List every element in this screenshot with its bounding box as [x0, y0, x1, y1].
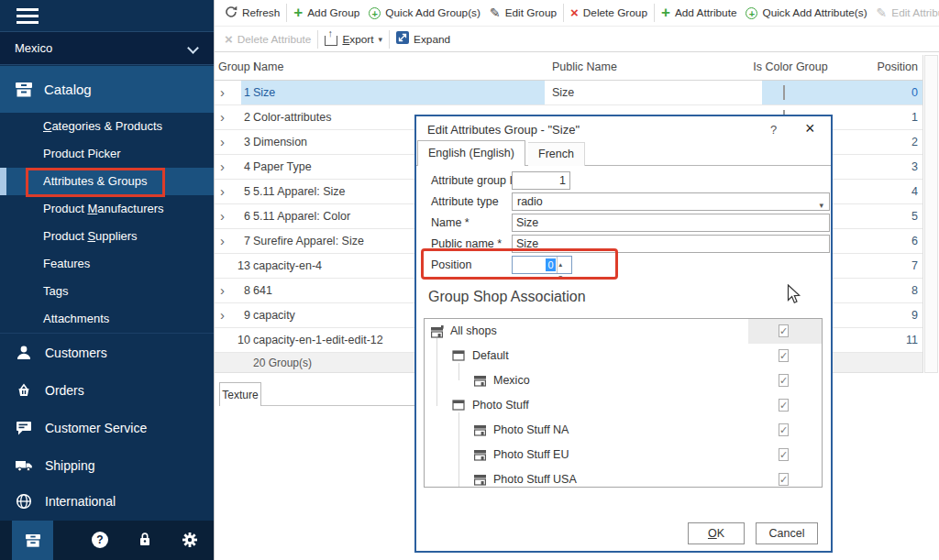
sidebar-item-tags[interactable]: Tags [0, 278, 214, 305]
grid-header: Group I Name Public Name Is Color Group … [215, 55, 922, 81]
column-header-position[interactable]: Position [835, 55, 918, 80]
column-header-name[interactable]: Name [253, 55, 283, 80]
annotation-box-position [421, 248, 618, 280]
toolbar-row-1: Refresh Add Group Quick Add Group(s) Edi… [215, 0, 939, 27]
sidebar-item-features[interactable]: Features [0, 250, 214, 278]
lower-panel-border [261, 405, 415, 406]
close-icon[interactable] [805, 119, 815, 138]
is-color-group-checkbox[interactable] [783, 86, 785, 99]
toolbar-divider [389, 30, 390, 49]
add-group-button[interactable]: Add Group [289, 0, 364, 26]
store-icon [473, 424, 487, 439]
column-header-public-name[interactable]: Public Name [552, 55, 617, 80]
shop-checkbox[interactable] [779, 423, 789, 436]
tree-item-mexico[interactable]: Mexico [425, 368, 822, 393]
chevron-down-icon [187, 42, 199, 54]
shop-checkbox[interactable] [779, 399, 789, 412]
mouse-cursor [787, 284, 801, 308]
truck-icon [15, 458, 33, 472]
edit-group-button[interactable]: Edit Group [485, 0, 561, 26]
sidebar-item-attachments[interactable]: Attachments [0, 305, 214, 333]
pencil-icon [877, 5, 888, 20]
dialog-tab-strip: English (English) French [416, 140, 831, 166]
edit-attributes-group-dialog: Edit Attributes Group - "Size" English (… [414, 115, 833, 553]
circle-plus-icon [369, 7, 381, 19]
shop-checkbox[interactable] [779, 374, 789, 387]
position-cell: 0 [837, 81, 918, 104]
sidebar-item-label: Catalog [44, 82, 92, 97]
export-button[interactable]: Export [320, 27, 387, 51]
all-shops-icon [430, 325, 445, 341]
cancel-button[interactable]: Cancel [756, 522, 818, 544]
expand-button[interactable]: Expand [392, 27, 455, 51]
tab-texture[interactable]: Texture [219, 382, 261, 406]
attribute-type-label: Attribute type [431, 192, 499, 212]
person-icon [15, 345, 33, 361]
edit-attribute-button[interactable]: Edit Attribute [872, 0, 939, 26]
circle-plus-icon [746, 7, 757, 19]
delete-attribute-button[interactable]: Delete Attribute [220, 27, 315, 51]
help-icon[interactable] [92, 532, 108, 548]
sidebar-item-catalog[interactable]: Catalog [0, 66, 214, 113]
attribute-group-id-label: Attribute group ID [431, 170, 521, 191]
name-field[interactable] [512, 214, 830, 232]
table-row-selected[interactable]: 1 Size Size 0 [215, 81, 922, 105]
store-selector[interactable]: Mexico [0, 32, 214, 65]
vertical-scrollbar[interactable] [924, 55, 938, 373]
group-shop-association-title: Group Shop Association [428, 289, 586, 305]
pencil-icon [490, 5, 501, 20]
tab-french[interactable]: French [528, 142, 585, 166]
toolbar-divider [286, 4, 287, 22]
tree-item-photo-stuff[interactable]: Photo Stuff [425, 393, 822, 418]
sidebar-item-product-manufacturers[interactable]: Product Manufacturers [0, 195, 214, 223]
ok-button[interactable]: OK [688, 522, 745, 544]
sidebar-item-categories-products[interactable]: Categories & Products [0, 113, 214, 140]
refresh-icon [225, 5, 238, 21]
shop-checkbox[interactable] [779, 448, 789, 461]
column-header-is-color-group[interactable]: Is Color Group [748, 55, 833, 80]
hamburger-menu-icon[interactable] [17, 8, 39, 27]
toolbar-divider [654, 4, 655, 22]
sidebar-item-product-suppliers[interactable]: Product Suppliers [0, 223, 214, 250]
shop-checkbox[interactable] [779, 473, 789, 486]
column-header-group-id[interactable]: Group I [218, 55, 257, 80]
refresh-button[interactable]: Refresh [220, 0, 284, 26]
sidebar: Mexico Catalog Categories & Products Pro… [0, 0, 214, 560]
name-cell: Size [253, 81, 275, 104]
sidebar-item-customers[interactable]: Customers [0, 333, 214, 371]
help-icon[interactable] [770, 123, 777, 137]
tree-item-photo-stuff-na[interactable]: Photo Stuff NA [425, 418, 822, 443]
quick-add-attributes-button[interactable]: Quick Add Attribute(s) [741, 0, 871, 26]
expand-icon [396, 31, 409, 47]
tree-item-photo-stuff-eu[interactable]: Photo Stuff EU [425, 443, 822, 467]
gear-icon[interactable] [182, 532, 198, 552]
shop-window-icon [452, 400, 465, 413]
x-icon [225, 33, 233, 46]
shop-checkbox[interactable] [779, 324, 789, 337]
public-name-cell[interactable]: Size [545, 81, 762, 104]
attribute-group-id-field[interactable] [512, 171, 570, 190]
delete-group-button[interactable]: Delete Group [566, 0, 652, 26]
chat-icon [15, 421, 33, 435]
sidebar-item-product-picker[interactable]: Product Picker [0, 140, 214, 168]
tree-item-all-shops[interactable]: All shops [425, 319, 822, 344]
toolbar-divider [317, 30, 318, 49]
sidebar-item-orders[interactable]: Orders [0, 371, 214, 409]
tab-english[interactable]: English (English) [417, 140, 525, 166]
sidebar-item-customer-service[interactable]: Customer Service [0, 409, 214, 446]
catalog-icon[interactable] [12, 521, 53, 560]
catalog-submenu: Categories & Products Product Picker Att… [0, 113, 214, 333]
sidebar-item-international[interactable]: International [0, 484, 214, 519]
quick-add-groups-button[interactable]: Quick Add Group(s) [364, 0, 485, 26]
sidebar-bottom-bar [0, 521, 214, 560]
sidebar-item-shipping[interactable]: Shipping [0, 446, 214, 484]
annotation-box-attributes-groups [26, 168, 165, 197]
tree-item-photo-stuff-usa[interactable]: Photo Stuff USA [425, 467, 822, 488]
tree-item-default[interactable]: Default [425, 344, 822, 368]
attribute-type-dropdown[interactable]: radio [512, 192, 830, 211]
store-icon [473, 375, 487, 390]
lock-icon[interactable] [138, 532, 152, 551]
shop-window-icon [452, 350, 465, 364]
add-attribute-button[interactable]: Add Attribute [657, 0, 742, 26]
shop-checkbox[interactable] [779, 349, 789, 362]
